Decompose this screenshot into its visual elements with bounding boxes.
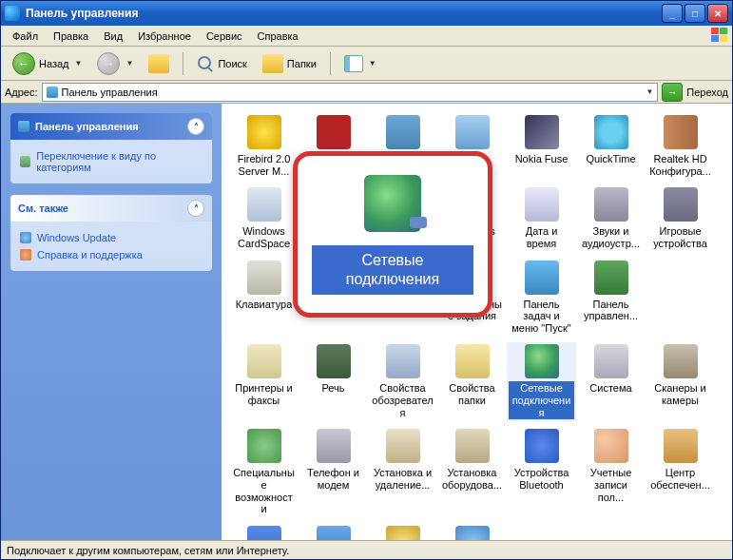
menu-favorites[interactable]: Избранное: [130, 29, 199, 44]
item-label: Windows CardSpace: [231, 224, 297, 250]
item-label: Принтеры и факсы: [231, 381, 297, 407]
cpl-item-fonts[interactable]: Шрифты: [229, 524, 299, 540]
java-icon: [386, 115, 420, 149]
cpl-item-gamectrl[interactable]: Игровые устройства: [646, 185, 715, 252]
address-field[interactable]: Панель управления ▼: [42, 83, 659, 102]
menu-help[interactable]: Справка: [250, 29, 306, 44]
close-button[interactable]: ✕: [707, 4, 728, 23]
menu-view[interactable]: Вид: [96, 29, 130, 44]
up-button[interactable]: [143, 50, 175, 77]
item-label: Установка оборудова...: [439, 466, 505, 492]
cpl-item-display[interactable]: Экран: [299, 524, 368, 540]
back-button[interactable]: ← Назад ▼: [7, 48, 87, 79]
forward-arrow-icon: →: [97, 52, 120, 75]
help-label: Справка и поддержка: [37, 249, 143, 261]
side-panel: Панель управления ˄ Переключение к виду …: [1, 104, 222, 540]
cpl-item-system[interactable]: Система: [576, 342, 646, 421]
collapse-icon[interactable]: ˄: [187, 118, 204, 135]
network-icon: [525, 344, 559, 378]
menu-edit[interactable]: Правка: [46, 29, 96, 44]
cpl-item-phone[interactable]: Телефон и модем: [299, 427, 368, 518]
item-label: Звуки и аудиоустр...: [578, 224, 644, 250]
cpl-item-quicktime[interactable]: QuickTime: [576, 113, 646, 180]
cpl-item-cardspace[interactable]: Windows CardSpace: [229, 185, 299, 252]
cpl-item-security[interactable]: Центр обеспечен...: [646, 427, 715, 518]
cpl-item-network[interactable]: Сетевые подключения: [507, 342, 576, 421]
search-button[interactable]: Поиск: [191, 51, 252, 76]
network-connections-icon: [364, 175, 421, 232]
menu-file[interactable]: Файл: [5, 29, 46, 44]
cpl-item-realtek[interactable]: Realtek HD Конфигура...: [646, 113, 715, 180]
item-label: Панель задач и меню "Пуск": [509, 298, 574, 336]
side-box-header[interactable]: См. также ˄: [10, 195, 212, 222]
cpl-item-users[interactable]: Учетные записи пол...: [576, 427, 646, 518]
cpl-item-power[interactable]: Электропи...: [368, 524, 437, 540]
security-icon: [664, 429, 698, 463]
cpl-item-keyboard[interactable]: Клавиатура: [229, 259, 299, 338]
printers-icon: [247, 344, 281, 378]
cpl-item-folderopt[interactable]: Свойства папки: [437, 342, 507, 421]
back-arrow-icon: ←: [12, 52, 35, 75]
window-title: Панель управления: [26, 7, 138, 20]
minimize-button[interactable]: _: [662, 4, 683, 23]
cpl-item-printers[interactable]: Принтеры и факсы: [229, 342, 299, 421]
keyboard-icon: [247, 261, 281, 295]
side-box-title: См. также: [18, 203, 68, 214]
folders-button[interactable]: Папки: [257, 50, 322, 77]
sound-icon: [594, 187, 628, 222]
views-button[interactable]: ▼: [338, 51, 382, 76]
cpl-item-scanners[interactable]: Сканеры и камеры: [646, 342, 715, 421]
control-panel-icon: [18, 121, 29, 132]
chevron-down-icon[interactable]: ▼: [75, 59, 83, 68]
menu-tools[interactable]: Сервис: [199, 29, 250, 44]
forward-button[interactable]: → ▼: [91, 48, 139, 79]
cpl-item-datetime[interactable]: Дата и время: [507, 185, 576, 252]
item-label: Телефон и модем: [300, 466, 366, 492]
maximize-button[interactable]: □: [685, 4, 705, 23]
item-label: Речь: [319, 381, 346, 396]
flash-icon: [317, 115, 351, 149]
side-box-header[interactable]: Панель управления ˄: [10, 113, 212, 140]
statusbar: Подключает к другим компьютерам, сетям и…: [1, 540, 732, 559]
item-label: Установка и удаление...: [370, 466, 435, 492]
item-label: Сетевые подключения: [509, 381, 574, 419]
cpl-item-cpanel[interactable]: Панель управлен...: [576, 259, 646, 338]
wu-label: Windows Update: [37, 232, 116, 243]
speech-icon: [317, 344, 351, 378]
cpl-item-addremove[interactable]: Установка и удаление...: [368, 427, 437, 518]
cpl-item-nokiafuse[interactable]: Nokia Fuse: [507, 113, 576, 180]
chevron-down-icon[interactable]: ▼: [369, 59, 376, 68]
cpl-item-access[interactable]: Специальные возможности: [229, 427, 299, 518]
nokiafuse-icon: [525, 115, 559, 149]
item-label: Клавиатура: [234, 298, 295, 312]
cpl-item-firebird[interactable]: Firebird 2.0 Server M...: [229, 113, 299, 180]
cpl-item-taskbar[interactable]: Панель задач и меню "Пуск": [507, 259, 576, 338]
go-label: Переход: [686, 87, 728, 98]
bluetooth-icon: [525, 429, 559, 463]
cardspace-icon: [247, 187, 281, 222]
go-button[interactable]: →: [662, 83, 683, 102]
switch-view-label: Переключение к виду по категориям: [36, 150, 203, 173]
chevron-down-icon[interactable]: ▼: [125, 59, 133, 68]
search-label: Поиск: [218, 58, 246, 69]
windows-update-link[interactable]: Windows Update: [20, 229, 203, 246]
chevron-down-icon[interactable]: ▼: [646, 87, 653, 96]
content-area[interactable]: Firebird 2.0 Server M...Flash PlayerJava…: [222, 104, 732, 540]
collapse-icon[interactable]: ˄: [187, 200, 204, 217]
cpl-item-speech[interactable]: Речь: [299, 342, 368, 421]
firebird-icon: [247, 115, 281, 149]
cpl-item-intopt[interactable]: Свойства обозревателя: [368, 342, 437, 421]
switch-category-view-link[interactable]: Переключение к виду по категориям: [20, 147, 203, 176]
side-box-see-also: См. также ˄ Windows Update Справка и под…: [10, 195, 212, 271]
system-icon: [594, 344, 628, 378]
fonts-icon: [247, 526, 281, 540]
cpl-item-hardware[interactable]: Установка оборудова...: [437, 427, 507, 518]
cpl-item-sound[interactable]: Звуки и аудиоустр...: [576, 185, 646, 252]
cpl-item-regional[interactable]: Язык и регионал...: [437, 524, 507, 540]
control-panel-icon: [47, 87, 58, 98]
help-support-link[interactable]: Справка и поддержка: [20, 246, 203, 263]
titlebar[interactable]: Панель управления _ □ ✕: [1, 1, 732, 26]
toolbar: ← Назад ▼ → ▼ Поиск Папки ▼: [1, 47, 732, 81]
cpl-item-bluetooth[interactable]: Устройства Bluetooth: [507, 427, 576, 518]
phone-icon: [317, 429, 351, 463]
